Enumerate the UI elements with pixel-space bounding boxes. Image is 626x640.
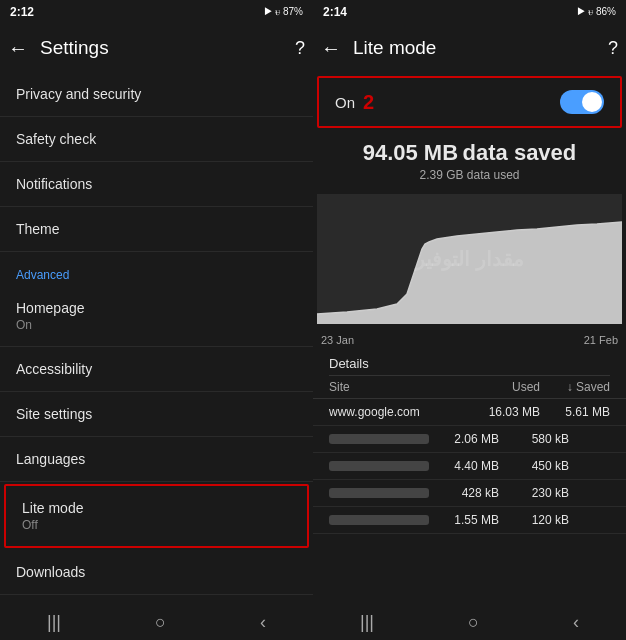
lite-mode-toggle-row: On 2 <box>317 76 622 128</box>
table-used-4: 1.55 MB <box>429 513 499 527</box>
lite-mode-toggle[interactable] <box>560 90 604 114</box>
chart-date-end: 21 Feb <box>584 334 618 346</box>
table-row: www.google.com 16.03 MB 5.61 MB <box>313 399 626 426</box>
right-status-icons: ▶ ᵾ 86% <box>577 6 616 18</box>
table-saved-1: 580 kB <box>499 432 569 446</box>
table-row: 1.55 MB 120 kB <box>313 507 626 534</box>
menu-item-homepage[interactable]: Homepage On <box>0 286 313 347</box>
left-time: 2:12 <box>10 5 34 19</box>
chart-dates: 23 Jan 21 Feb <box>313 332 626 348</box>
right-top-bar: ← Lite mode ? <box>313 24 626 72</box>
left-help-icon[interactable]: ? <box>295 38 305 59</box>
data-saved-unit: data saved <box>463 140 577 165</box>
table-site-blurred-4 <box>329 515 429 525</box>
menu-item-lite-mode-label: Lite mode <box>22 500 291 516</box>
table-site-0: www.google.com <box>329 405 470 419</box>
right-nav-home[interactable]: ○ <box>468 612 479 633</box>
toggle-label: On <box>335 94 355 111</box>
menu-item-privacy-label: Privacy and security <box>16 86 297 102</box>
table-row: 428 kB 230 kB <box>313 480 626 507</box>
table-row: 2.06 MB 580 kB <box>313 426 626 453</box>
table-saved-3: 230 kB <box>499 486 569 500</box>
left-back-button[interactable]: ← <box>8 37 28 60</box>
menu-item-lite-mode-subtitle: Off <box>22 518 291 532</box>
table-used-3: 428 kB <box>429 486 499 500</box>
left-nav-bar: ||| ○ ‹ <box>0 604 313 640</box>
menu-item-about-chrome[interactable]: About Chrome <box>0 595 313 604</box>
menu-item-theme-label: Theme <box>16 221 297 237</box>
table-saved-2: 450 kB <box>499 459 569 473</box>
table-used-0: 16.03 MB <box>470 405 540 419</box>
left-nav-back[interactable]: ‹ <box>260 612 266 633</box>
data-saved-display: 94.05 MB data saved <box>329 140 610 166</box>
right-panel: 2:14 ▶ ᵾ 86% ← Lite mode ? On 2 94.05 MB… <box>313 0 626 640</box>
right-help-icon[interactable]: ? <box>608 38 618 59</box>
data-used-display: 2.39 GB data used <box>329 168 610 182</box>
table-site-blurred-1 <box>329 434 429 444</box>
right-status-bar: 2:14 ▶ ᵾ 86% <box>313 0 626 24</box>
data-info: 94.05 MB data saved 2.39 GB data used <box>313 132 626 186</box>
right-nav-menu[interactable]: ||| <box>360 612 374 633</box>
menu-item-languages[interactable]: Languages <box>0 437 313 482</box>
advanced-section-label: Advanced <box>0 252 313 286</box>
left-nav-home[interactable]: ○ <box>155 612 166 633</box>
left-nav-menu[interactable]: ||| <box>47 612 61 633</box>
chart-watermark: مقدار التوفير <box>415 247 524 271</box>
menu-item-site-settings[interactable]: Site settings <box>0 392 313 437</box>
left-panel: 2:12 ▶ ᵾ 87% ← Settings ? Privacy and se… <box>0 0 313 640</box>
menu-item-accessibility-label: Accessibility <box>16 361 297 377</box>
menu-item-accessibility[interactable]: Accessibility <box>0 347 313 392</box>
menu-item-safety-label: Safety check <box>16 131 297 147</box>
left-top-bar: ← Settings ? <box>0 24 313 72</box>
right-nav-bar: ||| ○ ‹ <box>313 604 626 640</box>
right-back-button[interactable]: ← <box>321 37 341 60</box>
table-used-2: 4.40 MB <box>429 459 499 473</box>
menu-item-lite-mode[interactable]: Lite mode Off <box>4 484 309 548</box>
right-nav-back[interactable]: ‹ <box>573 612 579 633</box>
menu-item-site-settings-label: Site settings <box>16 406 297 422</box>
menu-item-notifications[interactable]: Notifications <box>0 162 313 207</box>
menu-item-languages-label: Languages <box>16 451 297 467</box>
menu-item-safety[interactable]: Safety check <box>0 117 313 162</box>
menu-item-homepage-subtitle: On <box>16 318 297 332</box>
left-menu-list: Privacy and security Safety check Notifi… <box>0 72 313 604</box>
right-page-title: Lite mode <box>353 37 596 59</box>
chart-date-start: 23 Jan <box>321 334 354 346</box>
savings-chart: مقدار التوفير <box>317 194 622 324</box>
menu-item-downloads[interactable]: Downloads <box>0 550 313 595</box>
toggle-badge: 2 <box>363 91 374 114</box>
details-label: Details <box>313 348 626 375</box>
table-header-saved: ↓ Saved <box>540 380 610 394</box>
table-header-site: Site <box>329 380 470 394</box>
table-saved-4: 120 kB <box>499 513 569 527</box>
table-header: Site Used ↓ Saved <box>313 376 626 399</box>
menu-item-homepage-label: Homepage <box>16 300 297 316</box>
table-site-blurred-3 <box>329 488 429 498</box>
table-site-blurred-2 <box>329 461 429 471</box>
data-saved-amount: 94.05 MB <box>363 140 458 165</box>
table-saved-0: 5.61 MB <box>540 405 610 419</box>
table-row: 4.40 MB 450 kB <box>313 453 626 480</box>
left-status-icons: ▶ ᵾ 87% <box>264 6 303 18</box>
menu-item-privacy[interactable]: Privacy and security <box>0 72 313 117</box>
menu-item-notifications-label: Notifications <box>16 176 297 192</box>
left-page-title: Settings <box>40 37 283 59</box>
table-used-1: 2.06 MB <box>429 432 499 446</box>
menu-item-downloads-label: Downloads <box>16 564 297 580</box>
table-header-used: Used <box>470 380 540 394</box>
menu-item-theme[interactable]: Theme <box>0 207 313 252</box>
right-time: 2:14 <box>323 5 347 19</box>
left-status-bar: 2:12 ▶ ᵾ 87% <box>0 0 313 24</box>
